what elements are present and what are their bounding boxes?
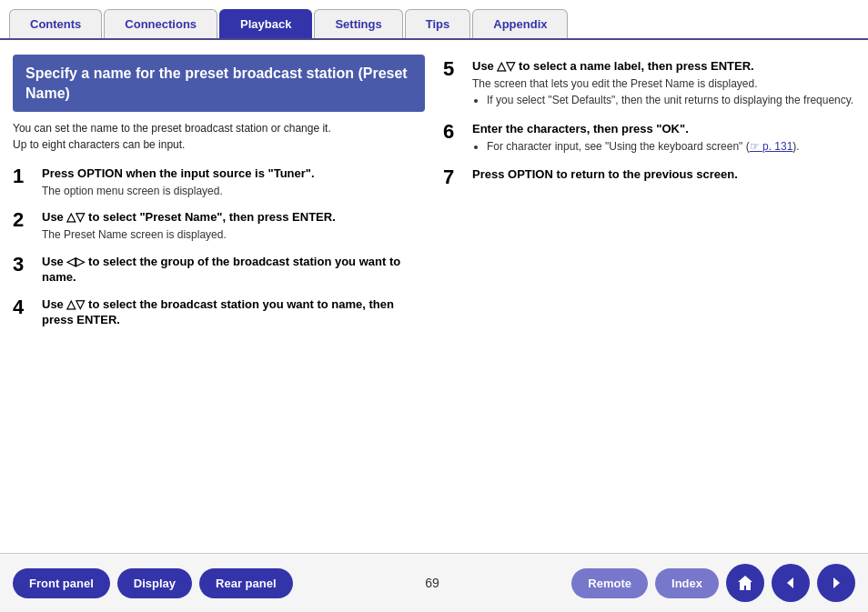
step-1-title: Press OPTION when the input source is "T… bbox=[42, 166, 425, 182]
step-6-link[interactable]: ☞ p. 131 bbox=[750, 140, 793, 153]
tab-tips[interactable]: Tips bbox=[405, 9, 471, 38]
step-5-title: Use △▽ to select a name label, then pres… bbox=[472, 58, 855, 75]
home-button[interactable] bbox=[726, 564, 764, 602]
step-2-title: Use △▽ to select "Preset Name", then pre… bbox=[42, 209, 425, 226]
step-6-bullet-1: For character input, see "Using the keyb… bbox=[487, 139, 855, 155]
tab-settings[interactable]: Settings bbox=[314, 9, 402, 38]
front-panel-button[interactable]: Front panel bbox=[13, 568, 110, 598]
tab-contents[interactable]: Contents bbox=[9, 9, 102, 38]
step-4: 4 Use △▽ to select the broadcast station… bbox=[13, 296, 425, 328]
step-4-content: Use △▽ to select the broadcast station y… bbox=[42, 296, 425, 328]
step-5-bullet-1: If you select "Set Defaults", then the u… bbox=[487, 93, 855, 108]
bottom-nav: Front panel Display Rear panel 69 Remote… bbox=[0, 553, 868, 612]
main-content: Specify a name for the preset broadcast … bbox=[0, 40, 868, 538]
step-6-number: 6 bbox=[443, 121, 463, 142]
step-7-content: Press OPTION to return to the previous s… bbox=[472, 166, 855, 183]
index-button[interactable]: Index bbox=[655, 568, 719, 598]
step-7-title: Press OPTION to return to the previous s… bbox=[472, 166, 855, 183]
step-4-title: Use △▽ to select the broadcast station y… bbox=[42, 296, 425, 328]
left-column: Specify a name for the preset broadcast … bbox=[13, 55, 425, 529]
intro-text: You can set the name to the preset broad… bbox=[13, 121, 425, 153]
step-2-desc: The Preset Name screen is displayed. bbox=[42, 227, 425, 243]
forward-icon bbox=[827, 574, 845, 592]
step-5-desc: The screen that lets you edit the Preset… bbox=[472, 76, 855, 109]
step-2: 2 Use △▽ to select "Preset Name", then p… bbox=[13, 209, 425, 242]
rear-panel-button[interactable]: Rear panel bbox=[199, 568, 292, 598]
step-1-desc: The option menu screen is displayed. bbox=[42, 184, 425, 199]
step-6-title: Enter the characters, then press "OK". bbox=[472, 121, 855, 137]
step-3-title: Use ◁▷ to select the group of the broadc… bbox=[42, 254, 425, 286]
remote-button[interactable]: Remote bbox=[571, 568, 648, 598]
step-1-content: Press OPTION when the input source is "T… bbox=[42, 166, 425, 198]
forward-button[interactable] bbox=[817, 564, 855, 602]
top-nav: Contents Connections Playback Settings T… bbox=[0, 0, 868, 40]
tab-appendix[interactable]: Appendix bbox=[472, 9, 568, 38]
step-6-content: Enter the characters, then press "OK". F… bbox=[472, 121, 855, 156]
step-5-number: 5 bbox=[443, 58, 463, 79]
step-3-number: 3 bbox=[13, 254, 33, 275]
tab-connections[interactable]: Connections bbox=[104, 9, 217, 38]
home-icon bbox=[736, 574, 754, 592]
step-2-number: 2 bbox=[13, 209, 33, 230]
step-5: 5 Use △▽ to select a name label, then pr… bbox=[443, 58, 855, 110]
back-icon bbox=[782, 574, 800, 592]
step-2-content: Use △▽ to select "Preset Name", then pre… bbox=[42, 209, 425, 242]
step-6-desc: For character input, see "Using the keyb… bbox=[472, 139, 855, 155]
right-column: 5 Use △▽ to select a name label, then pr… bbox=[443, 55, 855, 529]
step-4-number: 4 bbox=[13, 296, 33, 317]
step-7-number: 7 bbox=[443, 166, 463, 187]
step-7: 7 Press OPTION to return to the previous… bbox=[443, 166, 855, 187]
back-button[interactable] bbox=[772, 564, 810, 602]
page-number: 69 bbox=[300, 576, 565, 590]
step-3: 3 Use ◁▷ to select the group of the broa… bbox=[13, 254, 425, 286]
display-button[interactable]: Display bbox=[117, 568, 192, 598]
step-1-number: 1 bbox=[13, 166, 33, 186]
section-title: Specify a name for the preset broadcast … bbox=[13, 55, 425, 112]
step-3-content: Use ◁▷ to select the group of the broadc… bbox=[42, 254, 425, 286]
step-6: 6 Enter the characters, then press "OK".… bbox=[443, 121, 855, 156]
step-5-content: Use △▽ to select a name label, then pres… bbox=[472, 58, 855, 110]
tab-playback[interactable]: Playback bbox=[219, 9, 312, 38]
step-1: 1 Press OPTION when the input source is … bbox=[13, 166, 425, 198]
